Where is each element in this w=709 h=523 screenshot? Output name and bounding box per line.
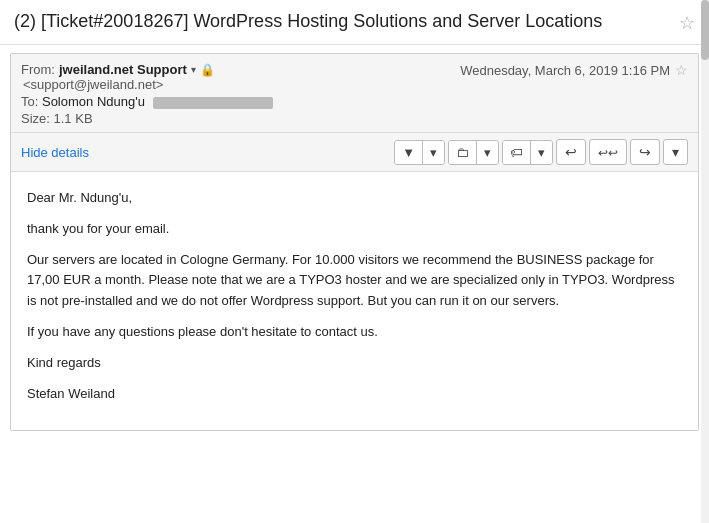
reply-all-icon: ↩↩ — [598, 146, 618, 160]
reply-icon: ↩ — [565, 144, 577, 160]
date-star-icon[interactable]: ☆ — [675, 62, 688, 78]
scrollbar-thumb[interactable] — [701, 0, 709, 60]
email-subject-title: (2) [Ticket#20018267] WordPress Hosting … — [14, 10, 602, 33]
email-date-text: Wednesday, March 6, 2019 1:16 PM — [460, 63, 670, 78]
body-greeting: Dear Mr. Ndung'u, — [27, 188, 682, 209]
filter-icon: ▼ — [402, 145, 415, 160]
body-signature: Stefan Weiland — [27, 384, 682, 405]
size-line: Size: 1.1 KB — [21, 111, 688, 126]
to-name: Solomon Ndung'u — [42, 94, 145, 109]
email-header: From: jweiland.net Support ▾ 🔒 <support@… — [11, 54, 698, 132]
email-title-bar: (2) [Ticket#20018267] WordPress Hosting … — [0, 0, 709, 45]
email-container: From: jweiland.net Support ▾ 🔒 <support@… — [10, 53, 699, 431]
action-buttons: ▼ ▾ 🗀 ▾ 🏷 ▾ ↩ — [394, 139, 688, 165]
from-line: From: jweiland.net Support ▾ 🔒 — [21, 62, 215, 77]
more-button[interactable]: ▾ — [663, 139, 688, 165]
filter-button[interactable]: ▼ — [395, 141, 423, 164]
to-label: To: — [21, 94, 38, 109]
to-redacted-address — [153, 97, 273, 109]
body-regards: Kind regards — [27, 353, 682, 374]
filter-button-group: ▼ ▾ — [394, 140, 445, 165]
size-value: 1.1 KB — [54, 111, 93, 126]
from-dropdown-icon[interactable]: ▾ — [191, 64, 196, 75]
from-label: From: — [21, 62, 55, 77]
email-body: Dear Mr. Ndung'u, thank you for your ema… — [11, 171, 698, 430]
size-label: Size: — [21, 111, 50, 126]
folder-button-group: 🗀 ▾ — [448, 140, 499, 165]
lock-icon: 🔒 — [200, 63, 215, 77]
body-thanks: thank you for your email. — [27, 219, 682, 240]
to-line: To: Solomon Ndung'u — [21, 94, 688, 109]
more-icon: ▾ — [672, 144, 679, 160]
from-email: <support@jweiland.net> — [23, 77, 215, 92]
forward-icon: ↪ — [639, 144, 651, 160]
body-main: Our servers are located in Cologne Germa… — [27, 250, 682, 312]
action-bar: Hide details ▼ ▾ 🗀 ▾ 🏷 ▾ — [11, 132, 698, 171]
reply-all-button[interactable]: ↩↩ — [589, 139, 627, 165]
forward-button[interactable]: ↪ — [630, 139, 660, 165]
email-date-area: Wednesday, March 6, 2019 1:16 PM ☆ — [460, 62, 688, 78]
tag-dropdown-button[interactable]: ▾ — [531, 141, 552, 164]
folder-icon: 🗀 — [456, 145, 469, 160]
filter-dropdown-button[interactable]: ▾ — [423, 141, 444, 164]
title-star-icon[interactable]: ☆ — [679, 12, 695, 34]
scrollbar-track[interactable] — [701, 0, 709, 523]
folder-button[interactable]: 🗀 — [449, 141, 477, 164]
hide-details-link[interactable]: Hide details — [21, 145, 89, 160]
from-name: jweiland.net Support — [59, 62, 187, 77]
reply-button[interactable]: ↩ — [556, 139, 586, 165]
tag-button-group: 🏷 ▾ — [502, 140, 553, 165]
tag-button[interactable]: 🏷 — [503, 141, 531, 164]
body-contact: If you have any questions please don't h… — [27, 322, 682, 343]
folder-dropdown-button[interactable]: ▾ — [477, 141, 498, 164]
tag-icon: 🏷 — [510, 145, 523, 160]
